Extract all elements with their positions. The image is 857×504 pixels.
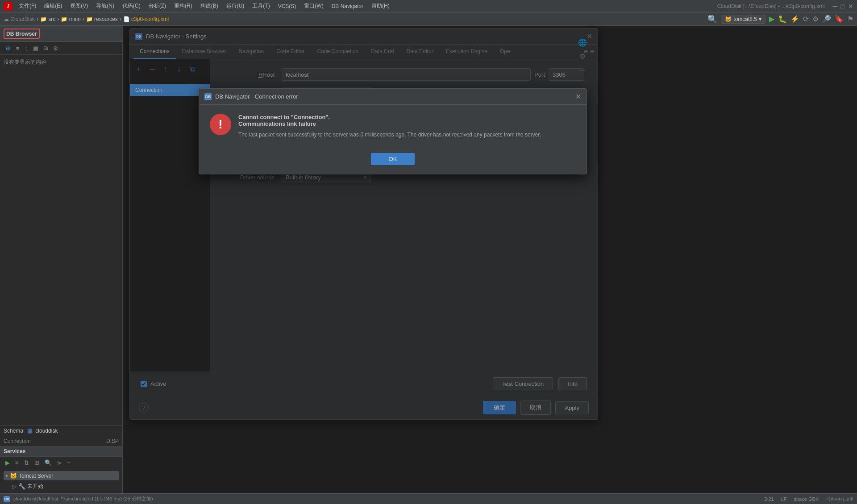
sidebar-config-btn[interactable]: ⚙: [51, 44, 60, 53]
bookmarks-btn[interactable]: 🔖: [835, 15, 844, 23]
sidebar-toolbar: ⚙ ≡ ↕ ▦ ⧉ ⚙: [0, 42, 122, 55]
sidebar-view-btn[interactable]: ▦: [31, 44, 40, 53]
services-group-btn[interactable]: ⊞: [33, 459, 41, 467]
breadcrumb-main[interactable]: 📁 main: [61, 16, 80, 22]
schema-row: Schema: ▦ clouddisk: [0, 425, 122, 436]
tomcat-tree-icon: 🐱: [10, 472, 17, 479]
left-sidebar: DB Browser ⚙ ≡ ↕ ▦ ⧉ ⚙ 没有要显示的内容 Schema: …: [0, 26, 123, 493]
breadcrumb-clouddisk[interactable]: ☁ CloudDisk: [4, 16, 35, 22]
services-filter-btn[interactable]: ⇅: [22, 459, 31, 467]
coverage-btn[interactable]: ⚡: [790, 15, 799, 23]
error-close-btn[interactable]: ✕: [575, 92, 581, 101]
services-header: Services: [0, 446, 122, 457]
menu-navigate[interactable]: 导航(N): [92, 1, 118, 11]
search-btn[interactable]: 🔎: [822, 15, 831, 23]
error-dialog: DB DB Navigator - Connection error ✕ ! C…: [199, 88, 587, 174]
error-icon: !: [210, 114, 231, 135]
error-title: DB Navigator - Connection error: [215, 93, 298, 100]
sidebar-sort-btn[interactable]: ↕: [23, 44, 30, 53]
tomcat-icon: 🐱: [725, 16, 732, 22]
debug-btn[interactable]: 🐛: [778, 15, 787, 23]
window-minimize-btn[interactable]: ─: [833, 3, 837, 10]
sidebar-empty: 没有要显示的内容: [0, 55, 122, 425]
subtree-expand-icon: ▷: [12, 483, 17, 490]
tomcat-server-item[interactable]: ▾ 🐱 Tomcat Server: [4, 471, 119, 480]
subitem-icon: 🔧: [18, 483, 25, 490]
status-right: 3:21 LF space GBK ↑@pang.ja⊕: [764, 496, 853, 502]
services-list-btn[interactable]: ≡: [13, 459, 21, 467]
sidebar-copy-btn[interactable]: ⧉: [42, 44, 50, 53]
menu-refactor[interactable]: 重构(R): [171, 1, 196, 11]
profile-btn[interactable]: ⟳: [803, 15, 809, 23]
sidebar-header: DB Browser: [0, 26, 122, 42]
tomcat-subitem-label: 未开始: [27, 483, 43, 490]
status-sync-text: clouddisk@localhost: * synchronized (1 s…: [13, 496, 153, 502]
menu-window[interactable]: 窗口(W): [300, 1, 327, 11]
tomcat-selector[interactable]: 🐱 tomcat8.5 ▾: [721, 15, 765, 24]
tomcat-dropdown-icon: ▾: [759, 16, 761, 22]
status-db-icon: DB: [4, 496, 10, 502]
services-toolbar: ▶ ≡ ⇅ ⊞ 🔍 ⊳ +: [0, 457, 122, 469]
nav-bar: ☁ CloudDisk › 📁 src › 📁 main › 📁 resourc…: [0, 12, 857, 26]
menu-analyze[interactable]: 分析(Z): [145, 1, 170, 11]
error-content: ! Cannot connect to "Connection". Commun…: [199, 105, 587, 148]
window-maximize-btn[interactable]: □: [841, 3, 845, 10]
breadcrumb-resources[interactable]: 📁 resources: [86, 16, 118, 22]
breadcrumb-file[interactable]: 📄 c3p0-config.xml: [123, 16, 169, 22]
error-main-text: Cannot connect to "Connection". Communic…: [238, 114, 576, 127]
connection-value: DISP: [106, 438, 119, 444]
sidebar-add-btn[interactable]: ⚙: [4, 44, 12, 53]
status-bar: DB clouddisk@localhost: * synchronized (…: [0, 493, 857, 504]
bookmark-btn[interactable]: ⚑: [847, 15, 853, 23]
error-detail-text: The last packet sent successfully to the…: [238, 131, 576, 139]
schema-label: Schema:: [4, 428, 25, 434]
menu-view[interactable]: 视图(V): [67, 1, 92, 11]
menu-vcs[interactable]: VCS(S): [275, 2, 300, 10]
connection-label: Connection: [4, 438, 31, 444]
status-lf[interactable]: LF: [781, 496, 787, 502]
error-footer: OK: [199, 148, 587, 174]
right-content: DB DB Navigator - Settings ✕ Connections…: [123, 26, 857, 493]
menu-file[interactable]: 文件(F): [15, 1, 40, 11]
tomcat-server-label: Tomcat Server: [19, 473, 53, 479]
services-nav-btn[interactable]: ⊳: [55, 459, 64, 467]
status-time: 3:21: [764, 496, 774, 502]
services-search-btn[interactable]: 🔍: [43, 459, 54, 467]
window-title: CloudDisk [...\CloudDisk] - ...\c3p0-con…: [717, 3, 825, 9]
schema-icon: ▦: [27, 427, 33, 434]
menu-run[interactable]: 运行(U): [223, 1, 248, 11]
schema-name: clouddisk: [35, 428, 58, 434]
error-ok-btn[interactable]: OK: [371, 153, 415, 165]
menu-dbnavigator[interactable]: DB Navigator: [328, 2, 367, 10]
app-icon: J: [4, 2, 12, 11]
navigate-back-btn[interactable]: 🔍: [707, 14, 717, 24]
connection-row: Connection DISP: [0, 436, 122, 446]
run-btn[interactable]: ▶: [769, 15, 774, 23]
services-add-btn[interactable]: +: [66, 459, 73, 467]
services-tree: ▾ 🐱 Tomcat Server ▷ 🔧 未开始: [0, 469, 122, 493]
services-title: Services: [4, 448, 25, 454]
db-browser-title: DB Browser: [4, 29, 40, 39]
error-titlebar: DB DB Navigator - Connection error ✕: [199, 89, 587, 105]
menu-code[interactable]: 代码(C): [119, 1, 144, 11]
menu-help[interactable]: 帮助(H): [368, 1, 393, 11]
tree-expand-icon: ▾: [5, 473, 8, 479]
main-layout: DB Browser ⚙ ≡ ↕ ▦ ⧉ ⚙ 没有要显示的内容 Schema: …: [0, 26, 857, 493]
status-encoding[interactable]: space GBK: [794, 496, 819, 502]
services-run-btn[interactable]: ▶: [4, 459, 12, 467]
menu-bar: J 文件(F) 编辑(E) 视图(V) 导航(N) 代码(C) 分析(Z) 重构…: [0, 0, 857, 12]
menu-edit[interactable]: 编辑(E): [41, 1, 66, 11]
settings-btn[interactable]: ⚙: [812, 15, 819, 23]
menu-build[interactable]: 构建(B): [197, 1, 222, 11]
breadcrumb: ☁ CloudDisk › 📁 src › 📁 main › 📁 resourc…: [4, 16, 169, 22]
error-title-icon: DB: [204, 93, 212, 100]
tomcat-subitem[interactable]: ▷ 🔧 未开始: [4, 481, 119, 492]
error-text: Cannot connect to "Connection". Communic…: [238, 114, 576, 139]
tomcat-label: tomcat8.5: [733, 16, 757, 22]
breadcrumb-src[interactable]: 📁 src: [40, 16, 55, 22]
sidebar-filter-btn[interactable]: ≡: [14, 44, 21, 53]
menu-tools[interactable]: 工具(T): [249, 1, 273, 11]
status-git: ↑@pang.ja⊕: [826, 496, 853, 502]
services-panel: Services ▶ ≡ ⇅ ⊞ 🔍 ⊳ + ▾ 🐱 Tomcat Server…: [0, 446, 122, 493]
window-close-btn[interactable]: ✕: [848, 3, 853, 10]
